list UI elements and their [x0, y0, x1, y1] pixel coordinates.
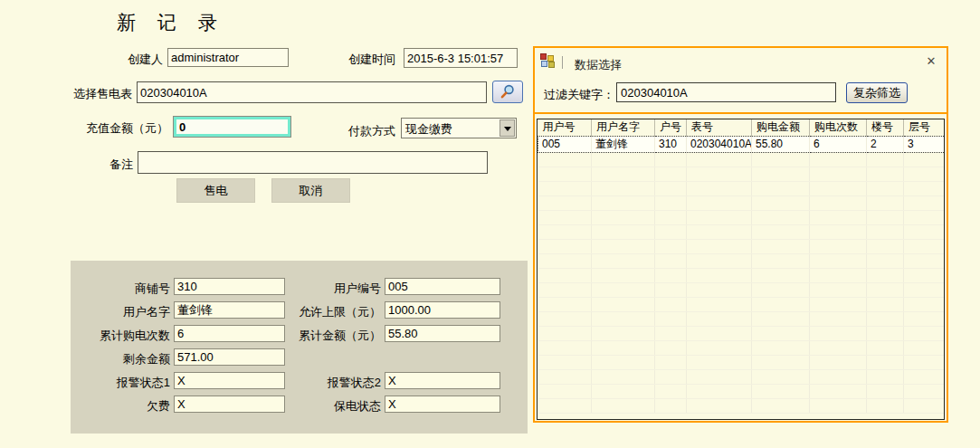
meter-select-label: 选择售电表	[51, 86, 132, 102]
user-id-input[interactable]	[385, 278, 500, 295]
payment-method-select[interactable]: 现金缴费	[401, 118, 517, 138]
close-icon[interactable]: ✕	[924, 54, 938, 69]
arrears-label: 欠费	[74, 398, 170, 415]
table-empty-row	[538, 311, 945, 326]
table-empty-row	[538, 340, 945, 355]
table-empty-row	[538, 369, 945, 384]
col-purchase-amount[interactable]: 购电金额	[752, 119, 810, 136]
remaining-amount-label: 剩余金额	[74, 351, 170, 367]
remark-input[interactable]	[138, 151, 488, 174]
detail-row: 报警状态1 报警状态2	[71, 372, 528, 390]
table-empty-row	[538, 268, 945, 282]
alarm-status1-label: 报警状态1	[74, 375, 170, 391]
table-empty-row	[538, 355, 945, 369]
meter-select-input[interactable]	[137, 81, 487, 103]
total-amount-input[interactable]	[385, 325, 500, 342]
col-user-name[interactable]: 用户名字	[592, 119, 655, 136]
table-empty-row	[538, 152, 945, 167]
form-window-icon	[540, 53, 555, 68]
panel-title: 数据选择	[575, 57, 622, 73]
created-time-label: 创建时间	[305, 52, 395, 68]
sell-button[interactable]: 售电	[176, 178, 255, 203]
detail-row: 用户名字 允许上限（元）	[71, 301, 528, 319]
col-user-number[interactable]: 用户号	[538, 119, 592, 136]
table-empty-row	[538, 326, 945, 340]
remark-label: 备注	[72, 157, 133, 173]
table-empty-row	[538, 384, 945, 398]
chevron-down-icon	[504, 127, 511, 131]
table-empty-row	[538, 282, 945, 297]
col-meter-number[interactable]: 表号	[687, 119, 752, 136]
creator-label: 创建人	[54, 52, 163, 68]
total-amount-label: 累计金额（元）	[286, 328, 381, 344]
user-name-input[interactable]	[174, 301, 285, 319]
purchase-count-input[interactable]	[174, 325, 285, 342]
data-selection-panel: 数据选择 ✕ 过滤关键字： 复杂筛选 用户号 用户名字 户号 表号 购电	[533, 46, 948, 423]
purchase-count-label: 累计购电次数	[74, 328, 170, 344]
payment-method-value: 现金缴费	[405, 121, 452, 138]
creator-input[interactable]	[167, 48, 289, 67]
created-time-input[interactable]	[404, 48, 518, 68]
account-detail-panel: 商铺号 用户编号 用户名字 允许上限（元） 累计购电次数 累计金额（元） 剩余金…	[71, 261, 528, 434]
payment-method-label: 付款方式	[308, 123, 395, 139]
cancel-button[interactable]: 取消	[271, 178, 350, 203]
table-row-selected[interactable]: 005 董剑锋 310 020304010A 55.80 6 2 3	[538, 136, 945, 152]
combo-dropdown-button[interactable]	[500, 119, 515, 137]
alarm-status2-input[interactable]	[385, 372, 500, 389]
alarm-status2-label: 报警状态2	[286, 375, 381, 391]
shop-number-label: 商铺号	[74, 281, 170, 297]
col-floor-number[interactable]: 层号	[904, 119, 945, 136]
shop-number-input[interactable]	[174, 278, 285, 295]
magnifier-icon	[499, 84, 517, 100]
col-building-number[interactable]: 楼号	[867, 119, 904, 136]
page-title: 新 记 录	[117, 10, 225, 35]
complex-filter-button[interactable]: 复杂筛选	[846, 82, 908, 103]
allowed-limit-input[interactable]	[385, 301, 500, 319]
table-empty-row	[538, 253, 945, 268]
filter-keyword-input[interactable]	[616, 82, 836, 102]
user-name-label: 用户名字	[74, 304, 170, 320]
detail-row: 累计购电次数 累计金额（元）	[71, 325, 528, 343]
grid-body: 005 董剑锋 310 020304010A 55.80 6 2 3	[538, 136, 945, 413]
allowed-limit-label: 允许上限（元）	[286, 304, 381, 320]
remaining-amount-input[interactable]	[174, 348, 285, 366]
user-id-label: 用户编号	[286, 281, 381, 297]
table-empty-row	[538, 181, 945, 195]
arrears-input[interactable]	[174, 396, 285, 413]
alarm-status1-input[interactable]	[174, 372, 285, 389]
filter-keyword-label: 过滤关键字：	[544, 87, 614, 103]
col-household-number[interactable]: 户号	[655, 119, 687, 136]
table-empty-row	[538, 398, 945, 413]
detail-row: 剩余金额	[71, 348, 528, 367]
col-purchase-count[interactable]: 购电次数	[810, 119, 867, 136]
table-empty-row	[538, 167, 945, 181]
recharge-amount-label: 充值金额（元）	[34, 120, 168, 137]
titlebar-separator	[562, 56, 563, 69]
recharge-amount-input[interactable]	[173, 116, 291, 138]
detail-row: 欠费 保电状态	[71, 396, 528, 414]
table-empty-row	[538, 224, 945, 239]
grid-header-row: 用户号 用户名字 户号 表号 购电金额 购电次数 楼号 层号	[538, 119, 945, 136]
panel-divider	[535, 112, 947, 114]
table-empty-row	[538, 297, 945, 311]
meter-grid: 用户号 用户名字 户号 表号 购电金额 购电次数 楼号 层号 005 董剑锋 3	[537, 119, 945, 420]
table-empty-row	[538, 210, 945, 224]
table-empty-row	[538, 195, 945, 210]
table-empty-row	[538, 239, 945, 253]
panel-titlebar: 数据选择 ✕	[535, 48, 947, 77]
new-record-window: 新 记 录 创建人 创建时间 选择售电表 充值金额（元） 付款方式 现金缴费 备…	[0, 0, 980, 448]
power-protect-label: 保电状态	[286, 398, 381, 415]
meter-search-button[interactable]	[492, 81, 523, 103]
detail-row: 商铺号 用户编号	[71, 278, 528, 296]
power-protect-input[interactable]	[385, 396, 500, 413]
